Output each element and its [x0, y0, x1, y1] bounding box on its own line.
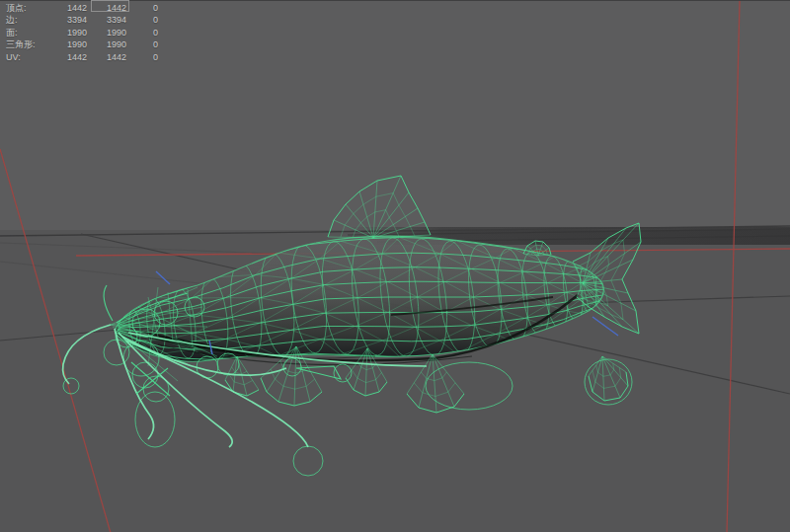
stats-label: 顶点:	[6, 2, 51, 14]
stats-value-total: 1990	[51, 38, 87, 50]
stats-value-visible: 1990	[87, 27, 126, 38]
stats-value-other: 0	[126, 51, 158, 63]
viewport-3d[interactable]: 顶点: 1442 1442 0 边: 3394 3394 0 面: 1990 1…	[0, 0, 790, 532]
stats-value-other: 0	[126, 27, 158, 38]
stats-value-total: 1990	[51, 27, 87, 38]
stats-value-total: 1442	[51, 51, 87, 63]
stats-value-total: 1442	[51, 2, 87, 14]
statistics-overlay: 顶点: 1442 1442 0 边: 3394 3394 0 面: 1990 1…	[6, 2, 158, 63]
stats-row-faces: 面: 1990 1990 0	[6, 27, 158, 38]
stats-row-edges: 边: 3394 3394 0	[6, 14, 158, 26]
stats-value-visible: 1442	[87, 51, 126, 63]
stats-label: 面:	[6, 27, 51, 38]
stats-label: 三角形:	[6, 38, 51, 50]
stats-row-vertices: 顶点: 1442 1442 0	[6, 2, 158, 14]
scene-canvas[interactable]	[0, 1, 790, 532]
stats-label: UV:	[6, 51, 51, 63]
stats-row-triangles: 三角形: 1990 1990 0	[6, 38, 158, 50]
stats-label: 边:	[6, 14, 51, 26]
stats-row-uv: UV: 1442 1442 0	[6, 51, 158, 63]
stats-value-visible: 3394	[87, 14, 126, 26]
stats-value-total: 3394	[51, 14, 87, 26]
stats-value-other: 0	[126, 2, 158, 14]
stats-value-other: 0	[126, 38, 158, 50]
stats-value-visible: 1990	[87, 38, 126, 50]
stats-value-other: 0	[126, 14, 158, 26]
scene-svg	[0, 1, 790, 532]
stats-value-visible: 1442	[87, 2, 126, 14]
